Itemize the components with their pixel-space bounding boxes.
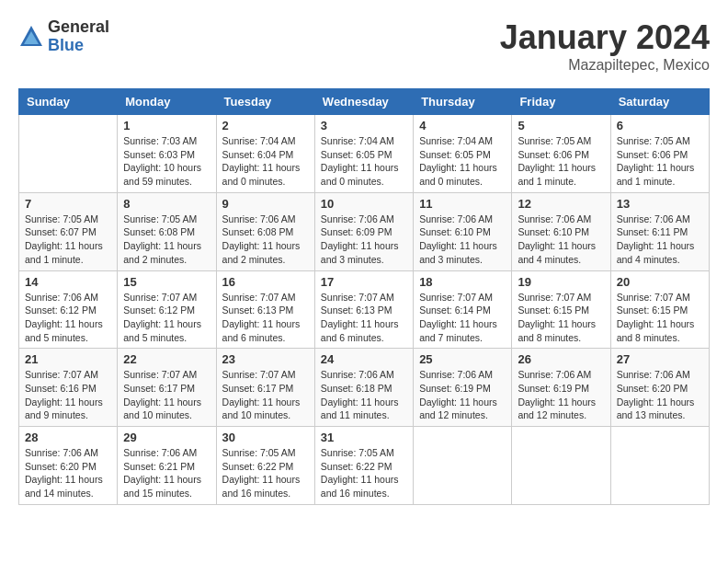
calendar-body: 1Sunrise: 7:03 AMSunset: 6:03 PMDaylight… (19, 115, 710, 505)
calendar-cell: 4Sunrise: 7:04 AMSunset: 6:05 PMDaylight… (414, 115, 512, 193)
calendar-week: 21Sunrise: 7:07 AMSunset: 6:16 PMDayligh… (19, 349, 710, 427)
calendar-cell: 22Sunrise: 7:07 AMSunset: 6:17 PMDayligh… (118, 349, 216, 427)
day-number: 26 (518, 352, 604, 366)
header-day: Thursday (414, 89, 512, 115)
day-number: 2 (222, 119, 309, 132)
calendar-location: Mazapiltepec, Mexico (500, 57, 710, 74)
calendar-cell (610, 427, 709, 505)
day-info: Sunrise: 7:05 AMSunset: 6:06 PMDaylight:… (617, 134, 703, 189)
calendar-cell: 24Sunrise: 7:06 AMSunset: 6:18 PMDayligh… (314, 349, 413, 427)
calendar-cell: 3Sunrise: 7:04 AMSunset: 6:05 PMDaylight… (314, 115, 413, 193)
day-info: Sunrise: 7:06 AMSunset: 6:10 PMDaylight:… (518, 213, 604, 267)
logo-text: General Blue (48, 18, 109, 55)
calendar-cell: 30Sunrise: 7:05 AMSunset: 6:22 PMDayligh… (216, 427, 314, 505)
calendar-title: January 2024 (500, 18, 710, 57)
calendar-cell: 12Sunrise: 7:06 AMSunset: 6:10 PMDayligh… (512, 192, 610, 270)
title-block: January 2024 Mazapiltepec, Mexico (500, 18, 710, 74)
header-day: Saturday (610, 89, 709, 115)
day-number: 25 (419, 352, 506, 366)
day-info: Sunrise: 7:06 AMSunset: 6:20 PMDaylight:… (617, 368, 703, 422)
calendar-cell (512, 427, 610, 505)
calendar-cell: 14Sunrise: 7:06 AMSunset: 6:12 PMDayligh… (19, 270, 118, 349)
header-day: Monday (118, 89, 216, 115)
day-number: 28 (25, 431, 111, 444)
day-number: 27 (617, 352, 703, 366)
calendar-cell: 13Sunrise: 7:06 AMSunset: 6:11 PMDayligh… (610, 192, 709, 270)
day-info: Sunrise: 7:07 AMSunset: 6:13 PMDaylight:… (222, 291, 309, 345)
day-number: 14 (25, 275, 111, 289)
calendar-cell: 1Sunrise: 7:03 AMSunset: 6:03 PMDaylight… (118, 115, 216, 193)
day-info: Sunrise: 7:07 AMSunset: 6:12 PMDaylight:… (123, 291, 210, 345)
calendar-cell: 18Sunrise: 7:07 AMSunset: 6:14 PMDayligh… (414, 270, 512, 349)
page-header: General Blue January 2024 Mazapiltepec, … (18, 18, 710, 74)
calendar-cell: 29Sunrise: 7:06 AMSunset: 6:21 PMDayligh… (118, 427, 216, 505)
calendar-cell: 19Sunrise: 7:07 AMSunset: 6:15 PMDayligh… (512, 270, 610, 349)
day-info: Sunrise: 7:03 AMSunset: 6:03 PMDaylight:… (123, 134, 210, 189)
calendar-cell: 6Sunrise: 7:05 AMSunset: 6:06 PMDaylight… (610, 115, 709, 193)
calendar-cell: 21Sunrise: 7:07 AMSunset: 6:16 PMDayligh… (19, 349, 118, 427)
day-info: Sunrise: 7:05 AMSunset: 6:07 PMDaylight:… (25, 213, 111, 267)
calendar-cell: 27Sunrise: 7:06 AMSunset: 6:20 PMDayligh… (610, 349, 709, 427)
day-info: Sunrise: 7:06 AMSunset: 6:19 PMDaylight:… (419, 368, 506, 422)
calendar-cell: 23Sunrise: 7:07 AMSunset: 6:17 PMDayligh… (216, 349, 314, 427)
calendar-table: SundayMondayTuesdayWednesdayThursdayFrid… (18, 88, 710, 505)
day-number: 19 (518, 275, 604, 289)
day-info: Sunrise: 7:07 AMSunset: 6:14 PMDaylight:… (419, 291, 506, 345)
header-day: Sunday (19, 89, 118, 115)
calendar-cell: 15Sunrise: 7:07 AMSunset: 6:12 PMDayligh… (118, 270, 216, 349)
day-info: Sunrise: 7:06 AMSunset: 6:20 PMDaylight:… (25, 446, 111, 500)
calendar-week: 28Sunrise: 7:06 AMSunset: 6:20 PMDayligh… (19, 427, 710, 505)
day-info: Sunrise: 7:04 AMSunset: 6:05 PMDaylight:… (419, 134, 506, 189)
header-row: SundayMondayTuesdayWednesdayThursdayFrid… (19, 89, 710, 115)
calendar-cell: 9Sunrise: 7:06 AMSunset: 6:08 PMDaylight… (216, 192, 314, 270)
calendar-cell (414, 427, 512, 505)
day-number: 6 (617, 119, 703, 132)
day-info: Sunrise: 7:06 AMSunset: 6:09 PMDaylight:… (321, 213, 407, 267)
calendar-cell: 7Sunrise: 7:05 AMSunset: 6:07 PMDaylight… (19, 192, 118, 270)
day-number: 22 (123, 352, 210, 366)
calendar-cell: 31Sunrise: 7:05 AMSunset: 6:22 PMDayligh… (314, 427, 413, 505)
calendar-week: 1Sunrise: 7:03 AMSunset: 6:03 PMDaylight… (19, 115, 710, 193)
day-info: Sunrise: 7:07 AMSunset: 6:16 PMDaylight:… (25, 368, 111, 422)
day-info: Sunrise: 7:06 AMSunset: 6:08 PMDaylight:… (222, 213, 309, 267)
calendar-week: 14Sunrise: 7:06 AMSunset: 6:12 PMDayligh… (19, 270, 710, 349)
day-number: 12 (518, 197, 604, 211)
day-number: 17 (321, 275, 407, 289)
day-info: Sunrise: 7:04 AMSunset: 6:05 PMDaylight:… (321, 134, 407, 189)
day-number: 31 (321, 431, 407, 444)
day-number: 23 (222, 352, 309, 366)
day-number: 16 (222, 275, 309, 289)
day-info: Sunrise: 7:05 AMSunset: 6:22 PMDaylight:… (321, 446, 407, 500)
day-info: Sunrise: 7:06 AMSunset: 6:18 PMDaylight:… (321, 368, 407, 422)
calendar-header: SundayMondayTuesdayWednesdayThursdayFrid… (19, 89, 710, 115)
logo-blue: Blue (48, 37, 109, 55)
day-info: Sunrise: 7:05 AMSunset: 6:08 PMDaylight:… (123, 213, 210, 267)
calendar-cell: 5Sunrise: 7:05 AMSunset: 6:06 PMDaylight… (512, 115, 610, 193)
day-number: 13 (617, 197, 703, 211)
calendar-cell: 25Sunrise: 7:06 AMSunset: 6:19 PMDayligh… (414, 349, 512, 427)
day-number: 29 (123, 431, 210, 444)
day-info: Sunrise: 7:07 AMSunset: 6:13 PMDaylight:… (321, 291, 407, 345)
header-day: Wednesday (314, 89, 413, 115)
day-number: 21 (25, 352, 111, 366)
calendar-week: 7Sunrise: 7:05 AMSunset: 6:07 PMDaylight… (19, 192, 710, 270)
day-info: Sunrise: 7:06 AMSunset: 6:11 PMDaylight:… (617, 213, 703, 267)
day-info: Sunrise: 7:07 AMSunset: 6:15 PMDaylight:… (617, 291, 703, 345)
day-info: Sunrise: 7:07 AMSunset: 6:17 PMDaylight:… (222, 368, 309, 422)
day-info: Sunrise: 7:05 AMSunset: 6:22 PMDaylight:… (222, 446, 309, 500)
day-info: Sunrise: 7:05 AMSunset: 6:06 PMDaylight:… (518, 134, 604, 189)
day-number: 5 (518, 119, 604, 132)
day-info: Sunrise: 7:07 AMSunset: 6:17 PMDaylight:… (123, 368, 210, 422)
calendar-cell: 16Sunrise: 7:07 AMSunset: 6:13 PMDayligh… (216, 270, 314, 349)
logo-icon (18, 24, 44, 50)
day-info: Sunrise: 7:07 AMSunset: 6:15 PMDaylight:… (518, 291, 604, 345)
day-number: 18 (419, 275, 506, 289)
calendar-cell: 8Sunrise: 7:05 AMSunset: 6:08 PMDaylight… (118, 192, 216, 270)
header-day: Tuesday (216, 89, 314, 115)
logo: General Blue (18, 18, 109, 55)
day-info: Sunrise: 7:06 AMSunset: 6:21 PMDaylight:… (123, 446, 210, 500)
calendar-cell: 26Sunrise: 7:06 AMSunset: 6:19 PMDayligh… (512, 349, 610, 427)
calendar-cell: 10Sunrise: 7:06 AMSunset: 6:09 PMDayligh… (314, 192, 413, 270)
day-number: 10 (321, 197, 407, 211)
day-number: 20 (617, 275, 703, 289)
